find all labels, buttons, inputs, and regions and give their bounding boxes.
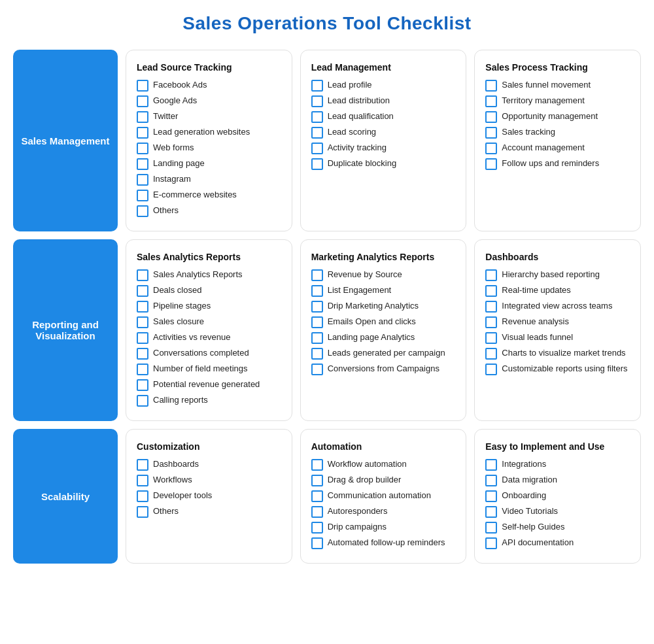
list-item-1-0-6: Number of field meetings [137,363,281,375]
card-0-0: Lead Source TrackingFacebook AdsGoogle A… [126,50,292,231]
list-item-1-2-1: Real-time updates [485,284,630,297]
main-grid: Sales ManagementLead Source TrackingFace… [13,50,641,564]
list-item-1-0-7: Potential revenue generated [137,379,281,391]
list-item-0-1-1: Lead distribution [311,95,456,107]
list-item-2-2-3: Video Tutorials [485,505,630,518]
list-item-0-0-3: Lead generation websites [137,126,281,139]
list-item-0-1-5: Duplicate blocking [311,158,456,170]
list-item-0-2-5: Follow ups and reminders [485,158,630,170]
card-title-2-2: Easy to Implement and Use [485,441,630,452]
list-item-1-1-2: Drip Marketing Analytics [311,300,456,313]
list-item-1-0-5: Conversations completed [137,347,281,360]
list-item-2-1-3: Autoresponders [311,505,456,518]
row-1: Reporting and VisualizationSales Analyti… [13,239,641,421]
list-item-1-0-1: Deals closed [137,284,281,297]
list-item-1-2-3: Revenue analysis [485,316,630,328]
list-item-0-1-4: Activity tracking [311,142,456,154]
card-title-0-1: Lead Management [311,62,456,73]
page-title: Sales Operations Tool Checklist [13,13,641,34]
card-2-2: Easy to Implement and UseIntegrationsDat… [474,429,641,564]
card-title-0-2: Sales Process Tracking [485,62,630,73]
list-item-0-0-6: Instagram [137,173,281,186]
list-item-1-1-1: List Engagement [311,284,456,297]
list-item-0-0-5: Landing page [137,158,281,170]
list-item-2-0-3: Others [137,505,281,518]
card-1-0: Sales Analytics ReportsSales Analytics R… [126,239,292,421]
list-item-0-1-2: Lead qualification [311,110,456,123]
card-0-2: Sales Process TrackingSales funnel movem… [474,50,641,231]
card-title-1-1: Marketing Analytics Reports [311,252,456,262]
list-item-2-1-1: Drag & drop builder [311,474,456,486]
list-item-2-1-2: Communication automation [311,490,456,502]
list-item-0-2-3: Sales tracking [485,126,630,139]
list-item-0-0-7: E-commerce websites [137,189,281,201]
list-item-1-1-0: Revenue by Source [311,269,456,281]
list-item-1-0-8: Calling reports [137,394,281,407]
row-2: ScalabilityCustomizationDashboardsWorkfl… [13,429,641,564]
list-item-1-1-4: Landing page Analytics [311,331,456,344]
list-item-0-0-2: Twitter [137,110,281,123]
list-item-0-2-4: Account management [485,142,630,154]
list-item-0-0-0: Facebook Ads [137,79,281,92]
card-1-2: DashboardsHierarchy based reportingReal-… [474,239,641,421]
list-item-1-0-2: Pipeline stages [137,300,281,313]
list-item-1-0-3: Sales closure [137,316,281,328]
list-item-1-1-3: Emails Open and clicks [311,316,456,328]
list-item-0-0-4: Web forms [137,142,281,154]
list-item-2-0-1: Workflows [137,474,281,486]
category-1: Reporting and Visualization [13,239,118,421]
list-item-2-1-5: Automated follow-up reminders [311,537,456,549]
category-0: Sales Management [13,50,118,231]
list-item-1-0-0: Sales Analytics Reports [137,269,281,281]
row-0: Sales ManagementLead Source TrackingFace… [13,50,641,231]
list-item-2-1-4: Drip campaigns [311,521,456,534]
card-2-0: CustomizationDashboardsWorkflowsDevelope… [126,429,292,564]
list-item-1-1-5: Leads generated per campaign [311,347,456,360]
list-item-2-0-0: Dashboards [137,458,281,471]
list-item-2-2-5: API documentation [485,537,630,549]
list-item-2-2-1: Data migration [485,474,630,486]
list-item-0-2-1: Territory management [485,95,630,107]
card-title-2-1: Automation [311,441,456,452]
list-item-2-2-0: Integrations [485,458,630,471]
card-title-1-0: Sales Analytics Reports [137,252,281,262]
list-item-2-1-0: Workflow automation [311,458,456,471]
card-1-1: Marketing Analytics ReportsRevenue by So… [300,239,467,421]
card-2-1: AutomationWorkflow automationDrag & drop… [300,429,467,564]
list-item-2-0-2: Developer tools [137,490,281,502]
list-item-1-2-5: Charts to visualize market trends [485,347,630,360]
list-item-0-2-0: Sales funnel movement [485,79,630,92]
card-title-2-0: Customization [137,441,281,452]
card-title-1-2: Dashboards [485,252,630,262]
list-item-0-2-2: Opportunity management [485,110,630,123]
list-item-0-1-0: Lead profile [311,79,456,92]
list-item-0-0-8: Others [137,205,281,217]
list-item-1-1-6: Conversions from Campaigns [311,363,456,375]
list-item-1-2-0: Hierarchy based reporting [485,269,630,281]
list-item-1-2-6: Customizable reports using filters [485,363,630,375]
list-item-2-2-2: Onboarding [485,490,630,502]
list-item-1-2-4: Visual leads funnel [485,331,630,344]
list-item-2-2-4: Self-help Guides [485,521,630,534]
card-0-1: Lead ManagementLead profileLead distribu… [300,50,467,231]
card-title-0-0: Lead Source Tracking [137,62,281,73]
list-item-0-0-1: Google Ads [137,95,281,107]
list-item-1-2-2: Integrated view across teams [485,300,630,313]
list-item-0-1-3: Lead scoring [311,126,456,139]
list-item-1-0-4: Activities vs revenue [137,331,281,344]
category-2: Scalability [13,429,118,564]
